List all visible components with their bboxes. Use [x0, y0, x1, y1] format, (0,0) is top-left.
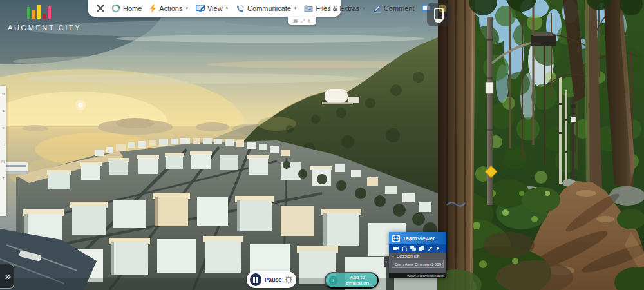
pause-icon: [253, 277, 255, 283]
double-chevron-icon: »: [5, 270, 11, 283]
toolbar-files-label: Files & Extras: [316, 5, 359, 12]
teamviewer-icon-row: [389, 244, 446, 253]
lightning-icon: [149, 5, 156, 13]
rotate-device-button[interactable]: [427, 3, 451, 26]
expand-panel-button[interactable]: »: [0, 264, 14, 289]
logo-text: AUGMENT CITY: [8, 24, 81, 32]
close-button[interactable]: [93, 1, 108, 16]
augment-city-logo: AUGMENT CITY: [8, 3, 81, 32]
toolbar-actions-button[interactable]: Actions ▾: [146, 1, 192, 16]
toolbar-home-label: Home: [123, 5, 142, 12]
audio-headset-icon[interactable]: [402, 246, 407, 251]
panel-text-fragment: st: [0, 119, 6, 136]
teamviewer-session-body: ▼ Session list Bjørn Aase Dimmen (1 509 …: [389, 253, 446, 273]
pause-button[interactable]: [250, 273, 261, 286]
panel-text-fragment: d: [0, 102, 6, 119]
panel-text-fragment: p: [0, 169, 6, 186]
city-3d-viewport[interactable]: [0, 0, 438, 290]
toolbar-actions-label: Actions: [159, 5, 182, 12]
folder-icon: [304, 5, 313, 12]
toolbar-home-button[interactable]: Home: [108, 1, 146, 16]
toolbar-view-label: View: [207, 5, 223, 12]
panel-text-fragment: ts: [0, 86, 6, 102]
pole-sign: [486, 82, 493, 93]
pause-label: Pause: [265, 276, 282, 283]
screen: AUGMENT CITY Home Actions ▾: [0, 0, 644, 290]
monitor-edit-icon: [196, 5, 205, 13]
session-list-toggle[interactable]: ▼ Session list: [392, 254, 444, 258]
collapsed-side-panel[interactable]: ts d st t ity p: [0, 86, 6, 216]
teamviewer-footer: www.teamviewer.com: [389, 273, 446, 278]
phone-icon: [236, 5, 245, 13]
toolbar-files-button[interactable]: Files & Extras ▾: [300, 1, 368, 16]
chat-icon[interactable]: [410, 246, 416, 251]
whiteboard-pen-icon[interactable]: [428, 246, 433, 251]
home-icon: [111, 4, 120, 13]
forest-scene: [438, 0, 644, 290]
teamviewer-title: TeamViewer: [402, 235, 435, 242]
rotate-device-icon: [432, 7, 446, 23]
session-list-label: Session list: [397, 254, 419, 258]
forest-photo: [438, 0, 644, 290]
expand-icon: ⤢: [301, 18, 305, 24]
video-icon[interactable]: [393, 246, 399, 251]
city-scene: [0, 0, 438, 290]
playback-control: Pause: [247, 271, 296, 288]
caret-down-icon: ▾: [363, 6, 365, 11]
settings-gear-icon[interactable]: [285, 275, 293, 284]
grid-icon: ▦: [293, 18, 298, 24]
toolbar-collapse-tab[interactable]: ▦ ⤢ ∧: [288, 17, 316, 25]
add-to-simulation-label: Add to simulation: [341, 275, 374, 286]
toolbar-comment-label: Comment: [384, 5, 415, 12]
chevron-up-icon: ∧: [307, 18, 311, 24]
caret-down-icon: ▾: [185, 6, 188, 11]
remote-session-toolbar: Home Actions ▾ View ▾ Communicate ▾: [88, 0, 341, 17]
file-transfer-icon[interactable]: [419, 246, 424, 251]
session-entry[interactable]: Bjørn Aase Dimmen (1 509 351 23: [392, 260, 444, 268]
teamviewer-logo-icon: [392, 235, 400, 242]
panel-text-fragment: ity: [0, 153, 6, 169]
close-icon: [97, 5, 104, 12]
teamviewer-session-panel: TeamViewer ▼ Session list Bjørn Aase Dim…: [389, 232, 446, 278]
more-icon[interactable]: [436, 246, 440, 251]
toolbar-comment-button[interactable]: Comment: [369, 1, 419, 16]
toolbar-communicate-button[interactable]: Communicate ▾: [232, 1, 300, 16]
session-entry-text: Bjørn Aase Dimmen (1 509 351 23: [395, 262, 444, 266]
add-to-simulation-button[interactable]: › Add to simulation: [325, 272, 379, 289]
caret-down-icon: ▾: [294, 6, 297, 11]
logo-bar-chart-icon: [27, 3, 53, 19]
toolbar-view-button[interactable]: View ▾: [192, 1, 232, 16]
panel-text-fragment: t: [0, 136, 6, 153]
lamp-fixture: [531, 35, 556, 46]
chevron-right-icon: ›: [386, 260, 387, 264]
toolbar-communicate-label: Communicate: [247, 5, 291, 12]
caret-down-icon: ▾: [226, 6, 229, 11]
pen-icon: [373, 5, 381, 13]
panel-collapse-tab[interactable]: ›: [384, 257, 389, 267]
chevron-right-icon: ›: [329, 276, 337, 285]
caret-down-icon: ▼: [392, 255, 395, 258]
teamviewer-panel-header: TeamViewer: [389, 232, 446, 244]
teamviewer-link[interactable]: www.teamviewer.com: [407, 274, 444, 278]
